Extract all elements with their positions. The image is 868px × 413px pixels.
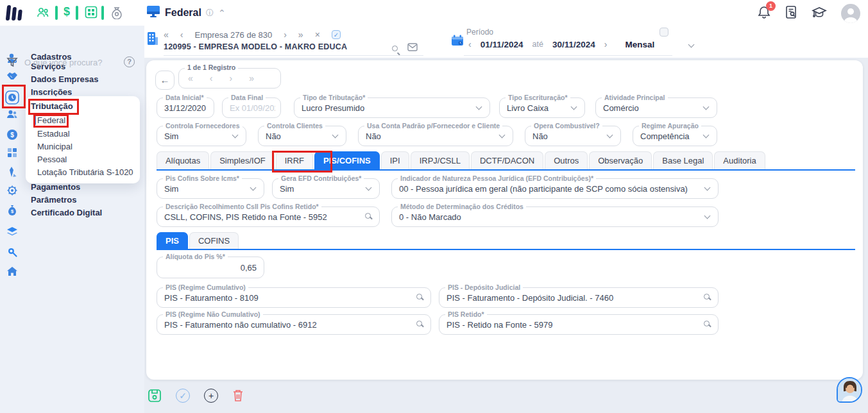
- next-company-icon[interactable]: ›: [284, 30, 287, 40]
- subtab-cofins[interactable]: COFINS: [189, 232, 239, 249]
- sidebar-item-inscricoes[interactable]: Inscrições: [31, 87, 72, 97]
- tab-dctf-dacon[interactable]: DCTF/DACON: [471, 151, 543, 169]
- chevron-down-icon[interactable]: [704, 213, 711, 219]
- last-company-icon[interactable]: »: [298, 30, 303, 40]
- opera-combustivel-select[interactable]: Opera Combustível? Não: [525, 126, 621, 146]
- chevron-down-icon[interactable]: [571, 104, 577, 110]
- sidebar-item-pagamentos[interactable]: Pagamentos: [31, 182, 80, 192]
- pis-cofins-sobre-icms-select[interactable]: Pis Cofins Sobre Icms* Sim: [157, 178, 264, 199]
- filter-funnel-icon[interactable]: [6, 56, 18, 71]
- finance-module-icon[interactable]: $: [64, 5, 70, 19]
- search-icon[interactable]: [6, 246, 18, 258]
- home-icon[interactable]: [6, 266, 18, 277]
- usa-conta-padrao-select[interactable]: Usa Conta Padrão p/Fornecedor e Cliente …: [358, 126, 513, 146]
- pis-deposito-judicial-field[interactable]: PIS - Depósito Judicial PIS - Faturament…: [439, 287, 719, 308]
- record-prev-icon[interactable]: ‹: [210, 73, 213, 83]
- chevron-down-icon[interactable]: [607, 132, 613, 139]
- prev-company-icon[interactable]: ‹: [180, 30, 183, 40]
- clear-company-icon[interactable]: ×: [315, 30, 320, 40]
- submenu-item-lotacao-tributaria[interactable]: Lotação Tributária S-1020: [37, 167, 133, 177]
- controla-clientes-select[interactable]: Controla Clientes Não: [258, 126, 346, 146]
- info-icon[interactable]: ⓘ: [206, 8, 214, 19]
- submenu-item-municipal[interactable]: Municipal: [37, 142, 72, 151]
- controla-fornecedores-select[interactable]: Controla Fornecedores Sim: [157, 126, 246, 146]
- first-company-icon[interactable]: «: [164, 30, 169, 40]
- tab-irpj-csll[interactable]: IRPJ/CSLL: [411, 151, 470, 169]
- search-input[interactable]: O que você procura?: [24, 58, 102, 67]
- add-record-button[interactable]: +: [204, 389, 218, 403]
- tab-pis-cofins[interactable]: PIS/COFINS: [314, 151, 380, 169]
- dollar-circle-icon[interactable]: $: [6, 129, 18, 140]
- people-module-icon[interactable]: [36, 5, 50, 22]
- lookup-search-icon[interactable]: [704, 321, 710, 326]
- help-icon[interactable]: ?: [124, 56, 135, 67]
- data-final-placeholder[interactable]: Ex 01/09/2025: [230, 103, 275, 113]
- layers-icon[interactable]: [6, 226, 18, 237]
- notifications-bell-icon[interactable]: 1: [758, 5, 770, 22]
- graduation-cap-icon[interactable]: [812, 6, 827, 21]
- calculator-module-icon[interactable]: [84, 5, 98, 22]
- period-mode-chevron-icon[interactable]: [688, 41, 695, 47]
- chevron-down-icon[interactable]: [703, 132, 710, 139]
- regime-apuracao-select[interactable]: Regime Apuração Competência: [633, 126, 717, 146]
- company-filter-checkbox[interactable]: ✓: [332, 30, 341, 39]
- company-search-icon[interactable]: [392, 42, 398, 54]
- pis-regime-nao-cumulativo-field[interactable]: PIS (Regime Não Cumulativo) PIS - Fatura…: [157, 314, 431, 335]
- period-start-date[interactable]: 01/11/2024: [481, 40, 523, 49]
- document-search-icon[interactable]: [785, 5, 797, 22]
- tipo-escrituracao-select[interactable]: Tipo Escrituração* Livro Caixa: [499, 97, 585, 118]
- chevron-down-icon[interactable]: [476, 104, 482, 110]
- money-bag-icon[interactable]: $: [6, 205, 18, 216]
- record-last-icon[interactable]: »: [249, 73, 254, 83]
- pis-regime-cumulativo-field[interactable]: PIS (Regime Cumulativo) PIS - Faturament…: [157, 287, 431, 308]
- calculator-grid-icon[interactable]: [6, 147, 18, 158]
- lookup-search-icon[interactable]: [416, 294, 422, 299]
- subtab-pis[interactable]: PIS: [157, 232, 188, 249]
- tab-aliquotas[interactable]: Alíquotas: [157, 151, 209, 169]
- period-end-date[interactable]: 30/11/2024: [552, 40, 595, 49]
- company-mail-icon[interactable]: [407, 42, 418, 54]
- tab-base-legal[interactable]: Base Legal: [653, 151, 713, 169]
- tab-irrf[interactable]: IRRF: [276, 151, 313, 169]
- app-logo-icon[interactable]: [6, 5, 28, 21]
- gera-efd-select[interactable]: Gera EFD Contribuições* Sim: [272, 178, 380, 199]
- chevron-down-icon[interactable]: [704, 185, 711, 191]
- period-mode-select[interactable]: Mensal: [625, 40, 654, 49]
- lookup-search-icon[interactable]: [365, 213, 371, 219]
- period-next-icon[interactable]: ›: [604, 39, 608, 49]
- gear-icon[interactable]: [6, 185, 18, 196]
- pis-retido-field[interactable]: PIS Retido* PIS - Retido na Fonte - 5979: [439, 314, 719, 335]
- lookup-search-icon[interactable]: [416, 321, 422, 326]
- period-checkbox[interactable]: [660, 28, 668, 37]
- chevron-down-icon[interactable]: [332, 132, 339, 139]
- user-avatar[interactable]: [841, 4, 860, 23]
- data-inicial-field[interactable]: Data Inicial* 31/12/2020: [157, 97, 214, 118]
- aliquota-pis-value[interactable]: 0,65: [164, 263, 257, 273]
- clock-icon[interactable]: [5, 90, 19, 105]
- delete-button[interactable]: [232, 389, 246, 403]
- indicador-natureza-select[interactable]: Indicador de Natureza Pessoa Jurídica (E…: [391, 178, 719, 199]
- lookup-search-icon[interactable]: [704, 294, 710, 299]
- submenu-item-pessoal[interactable]: Pessoal: [37, 155, 67, 164]
- tab-ipi[interactable]: IPI: [381, 151, 409, 169]
- chevron-down-icon[interactable]: [250, 185, 257, 191]
- back-button[interactable]: ←: [155, 71, 174, 90]
- collapse-chevron-up-icon[interactable]: ⌃: [218, 8, 226, 18]
- record-first-icon[interactable]: «: [188, 73, 193, 83]
- sidebar-item-certificado-digital[interactable]: Certificado Digital: [31, 208, 102, 217]
- chevron-down-icon[interactable]: [232, 132, 239, 139]
- tab-observacao[interactable]: Observação: [589, 151, 652, 169]
- submenu-item-estadual[interactable]: Estadual: [37, 129, 70, 139]
- tab-outros[interactable]: Outros: [545, 151, 588, 169]
- descricao-recolhimento-field[interactable]: Descrição Recolhimento Csll Pis Cofins R…: [157, 206, 380, 227]
- sidebar-item-dados-empresas[interactable]: Dados Empresas: [31, 74, 99, 84]
- money-bag-module-icon[interactable]: [110, 5, 123, 22]
- metodo-creditos-select[interactable]: Método de Determinação dos Créditos 0 - …: [391, 206, 719, 227]
- submenu-item-federal[interactable]: Federal: [37, 115, 65, 125]
- sidebar-item-parametros[interactable]: Parâmetros: [31, 195, 77, 205]
- atividade-principal-select[interactable]: Atividade Principal Comércio: [595, 97, 717, 118]
- record-next-icon[interactable]: ›: [229, 73, 232, 83]
- chevron-down-icon[interactable]: [366, 185, 372, 191]
- save-button[interactable]: [148, 389, 162, 403]
- chevron-down-icon[interactable]: [703, 104, 710, 110]
